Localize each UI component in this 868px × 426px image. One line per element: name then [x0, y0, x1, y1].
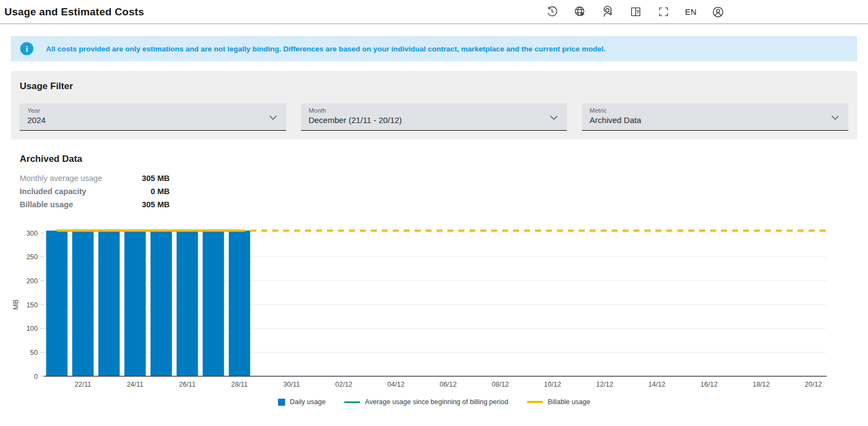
month-select[interactable]: Month December (21/11 - 20/12)	[301, 103, 568, 131]
svg-text:08/12: 08/12	[492, 381, 509, 388]
svg-text:250: 250	[26, 253, 38, 261]
app-header: Usage and Estimated Costs	[0, 0, 868, 24]
support-agent-icon[interactable]	[601, 5, 615, 19]
metric-title: Archived Data	[20, 154, 857, 165]
metric-select-value: Archived Data	[589, 115, 841, 125]
history-icon[interactable]	[546, 5, 559, 19]
usage-filter-title: Usage Filter	[20, 81, 848, 92]
usage-filter-panel: Usage Filter Year 2024 Month December (2…	[11, 71, 857, 139]
svg-text:MB: MB	[12, 300, 20, 310]
stat-label: Included capacity	[20, 185, 128, 198]
svg-text:14/12: 14/12	[649, 381, 666, 388]
info-banner: i All costs provided are only estimation…	[11, 36, 857, 61]
page-title: Usage and Estimated Costs	[4, 6, 144, 18]
header-actions: ? EN	[546, 5, 725, 19]
chevron-down-icon	[830, 112, 841, 125]
metric-select[interactable]: Metric Archived Data	[582, 103, 848, 131]
svg-text:28/11: 28/11	[231, 381, 247, 388]
chart-legend: Daily usage Average usage since beginnin…	[11, 398, 857, 406]
svg-text:18/12: 18/12	[753, 381, 769, 388]
stat-row-included-capacity: Included capacity 0 MB	[20, 185, 857, 198]
svg-text:22/11: 22/11	[74, 381, 91, 388]
stat-row-billable-usage: Billable usage 305 MB	[20, 198, 857, 211]
metric-stats: Monthly average usage 305 MB Included ca…	[20, 172, 857, 211]
svg-text:24/11: 24/11	[127, 381, 143, 388]
info-banner-text: All costs provided are only estimations …	[46, 45, 606, 53]
month-select-label: Month	[309, 107, 560, 114]
svg-text:06/12: 06/12	[439, 381, 456, 388]
language-selector[interactable]: EN	[685, 8, 697, 16]
svg-text:200: 200	[26, 277, 38, 285]
legend-swatch-bar	[278, 399, 285, 406]
svg-text:0: 0	[34, 373, 38, 381]
globe-language-icon[interactable]	[574, 5, 587, 19]
svg-text:12/12: 12/12	[596, 381, 613, 388]
legend-average-usage[interactable]: Average usage since beginning of billing…	[344, 398, 508, 406]
svg-text:10/12: 10/12	[544, 381, 561, 388]
svg-text:02/12: 02/12	[335, 381, 352, 388]
legend-swatch-line	[527, 401, 543, 403]
chevron-down-icon	[268, 112, 279, 125]
usage-bar-chart: 050100150200250300MB22/1124/1126/1128/11…	[11, 219, 857, 395]
metric-summary-section: Archived Data Monthly average usage 305 …	[11, 154, 857, 211]
legend-daily-usage[interactable]: Daily usage	[278, 398, 326, 406]
svg-text:50: 50	[30, 349, 38, 357]
svg-text:30/11: 30/11	[283, 381, 300, 388]
svg-text:100: 100	[26, 325, 38, 332]
chevron-down-icon	[548, 112, 559, 125]
filter-row: Year 2024 Month December (21/11 - 20/12)…	[20, 103, 848, 131]
usage-chart-container: 050100150200250300MB22/1124/1126/1128/11…	[11, 219, 857, 406]
month-select-value: December (21/11 - 20/12)	[309, 115, 560, 125]
info-icon: i	[20, 42, 33, 55]
legend-billable-usage[interactable]: Billable usage	[527, 398, 591, 406]
svg-text:16/12: 16/12	[701, 381, 717, 388]
help-manual-icon[interactable]: ?	[629, 5, 643, 19]
legend-label: Daily usage	[290, 398, 326, 406]
legend-label: Billable usage	[548, 398, 591, 406]
stat-value: 305 MB	[128, 198, 170, 211]
fullscreen-icon[interactable]	[657, 5, 670, 19]
stat-label: Billable usage	[20, 198, 128, 211]
svg-text:150: 150	[26, 301, 38, 309]
stat-label: Monthly average usage	[20, 172, 128, 185]
stat-row-monthly-average: Monthly average usage 305 MB	[20, 172, 857, 185]
year-select-value: 2024	[27, 115, 279, 125]
year-select[interactable]: Year 2024	[20, 103, 286, 131]
account-icon[interactable]	[711, 5, 725, 19]
year-select-label: Year	[27, 107, 279, 114]
stat-value: 305 MB	[128, 172, 170, 185]
svg-text:04/12: 04/12	[387, 381, 404, 388]
svg-text:20/12: 20/12	[805, 381, 822, 388]
svg-text:?: ?	[636, 9, 640, 15]
svg-text:26/11: 26/11	[179, 381, 195, 388]
legend-swatch-line	[344, 401, 360, 403]
metric-select-label: Metric	[589, 107, 841, 114]
legend-label: Average usage since beginning of billing…	[365, 398, 508, 406]
svg-text:300: 300	[26, 230, 38, 237]
stat-value: 0 MB	[128, 185, 170, 198]
